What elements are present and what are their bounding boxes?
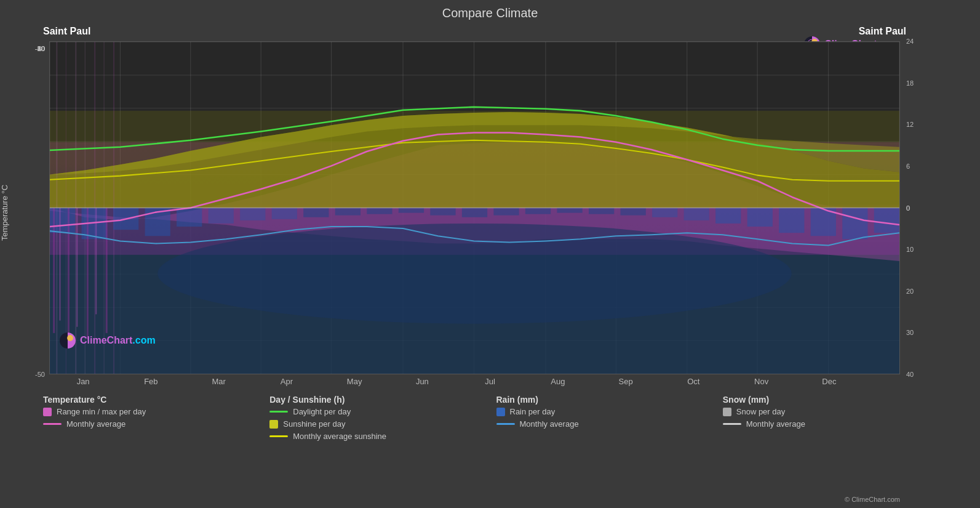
legend-area: Temperature °C Range min / max per day M… bbox=[43, 395, 937, 444]
svg-rect-74 bbox=[87, 208, 89, 340]
legend-rain-avg-line bbox=[496, 423, 515, 425]
page-wrapper: Compare Climate Saint Paul Saint Paul Cl… bbox=[0, 0, 980, 508]
x-tick-sep: Sep bbox=[592, 377, 659, 386]
legend-sunshine-day: Sunshine per day bbox=[269, 419, 484, 429]
svg-rect-59 bbox=[621, 208, 646, 216]
legend-sunshine-title: Day / Sunshine (h) bbox=[269, 395, 484, 405]
legend-snow-avg: Monthly average bbox=[723, 419, 937, 429]
svg-rect-54 bbox=[462, 208, 487, 217]
svg-rect-51 bbox=[367, 208, 392, 214]
legend-rain-title: Rain (mm) bbox=[496, 395, 711, 405]
legend-daylight-line bbox=[269, 411, 288, 413]
svg-point-79 bbox=[67, 335, 73, 341]
svg-rect-45 bbox=[177, 208, 202, 227]
svg-rect-67 bbox=[874, 208, 899, 233]
svg-rect-47 bbox=[240, 208, 265, 220]
legend-temp-avg: Monthly average bbox=[43, 419, 257, 429]
legend-daylight: Daylight per day bbox=[269, 407, 484, 416]
logo-bottom-left: ClimeChart.com bbox=[59, 332, 156, 349]
legend-rain-day: Rain per day bbox=[496, 407, 711, 416]
x-tick-feb: Feb bbox=[117, 377, 185, 386]
x-tick-oct: Oct bbox=[659, 377, 727, 386]
svg-rect-73 bbox=[76, 208, 78, 327]
chart-svg: /* not executable in SVG but provides vi… bbox=[50, 42, 899, 374]
legend-temperature: Temperature °C Range min / max per day M… bbox=[43, 395, 257, 444]
legend-rain: Rain (mm) Rain per day Monthly average bbox=[496, 395, 711, 444]
svg-rect-33 bbox=[50, 111, 899, 208]
y-axis-left-title: Temperature °C bbox=[0, 184, 9, 240]
svg-rect-66 bbox=[842, 208, 867, 240]
legend-rain-avg: Monthly average bbox=[496, 419, 711, 429]
svg-rect-64 bbox=[779, 208, 804, 233]
svg-rect-62 bbox=[715, 208, 741, 224]
svg-rect-60 bbox=[652, 208, 677, 217]
legend-temp-range-swatch bbox=[43, 408, 52, 416]
legend-sunshine-swatch bbox=[269, 420, 278, 429]
svg-rect-58 bbox=[589, 208, 614, 214]
x-tick-aug: Aug bbox=[524, 377, 592, 386]
svg-rect-75 bbox=[95, 208, 97, 315]
legend-temp-range: Range min / max per day bbox=[43, 407, 257, 416]
y-axis-left: Temperature °C 50 40 30 20 10 0 -10 -20 … bbox=[9, 41, 46, 374]
svg-rect-50 bbox=[335, 208, 361, 216]
x-tick-jul: Jul bbox=[456, 377, 524, 386]
svg-rect-55 bbox=[493, 208, 519, 216]
legend-snow-day: Snow per day bbox=[723, 407, 937, 416]
svg-point-68 bbox=[157, 224, 792, 324]
legend-snow: Snow (mm) Snow per day Monthly average bbox=[723, 395, 937, 444]
x-tick-jan: Jan bbox=[49, 377, 117, 386]
chart-title: Compare Climate bbox=[0, 0, 980, 23]
svg-rect-48 bbox=[272, 208, 297, 219]
svg-rect-49 bbox=[303, 208, 329, 217]
x-tick-dec: Dec bbox=[795, 377, 863, 386]
legend-sunshine: Day / Sunshine (h) Daylight per day Suns… bbox=[269, 395, 484, 444]
svg-rect-72 bbox=[68, 208, 70, 346]
legend-temp-avg-line bbox=[43, 423, 62, 425]
svg-rect-57 bbox=[557, 208, 582, 213]
x-tick-may: May bbox=[321, 377, 388, 386]
legend-temperature-title: Temperature °C bbox=[43, 395, 257, 405]
svg-rect-56 bbox=[525, 208, 551, 214]
logo-icon-bottom bbox=[59, 332, 76, 349]
legend-rain-swatch bbox=[496, 408, 505, 416]
legend-sunshine-avg: Monthly average sunshine bbox=[269, 432, 484, 441]
x-tick-apr: Apr bbox=[253, 377, 321, 386]
svg-rect-53 bbox=[430, 208, 455, 216]
svg-rect-61 bbox=[684, 208, 709, 220]
x-tick-jun: Jun bbox=[388, 377, 456, 386]
copyright: © ClimeChart.com bbox=[845, 496, 900, 503]
svg-rect-63 bbox=[747, 208, 773, 227]
svg-rect-71 bbox=[59, 208, 60, 321]
svg-rect-52 bbox=[399, 208, 424, 213]
x-tick-mar: Mar bbox=[185, 377, 253, 386]
legend-snow-swatch bbox=[723, 408, 731, 416]
svg-rect-76 bbox=[106, 208, 108, 333]
legend-snow-title: Snow (mm) bbox=[723, 395, 937, 405]
legend-sunshine-avg-line bbox=[269, 435, 288, 437]
logo-text-bottom: ClimeChart.com bbox=[80, 335, 156, 346]
legend-snow-avg-line bbox=[723, 423, 741, 425]
svg-rect-46 bbox=[209, 208, 234, 224]
x-tick-nov: Nov bbox=[728, 377, 795, 386]
